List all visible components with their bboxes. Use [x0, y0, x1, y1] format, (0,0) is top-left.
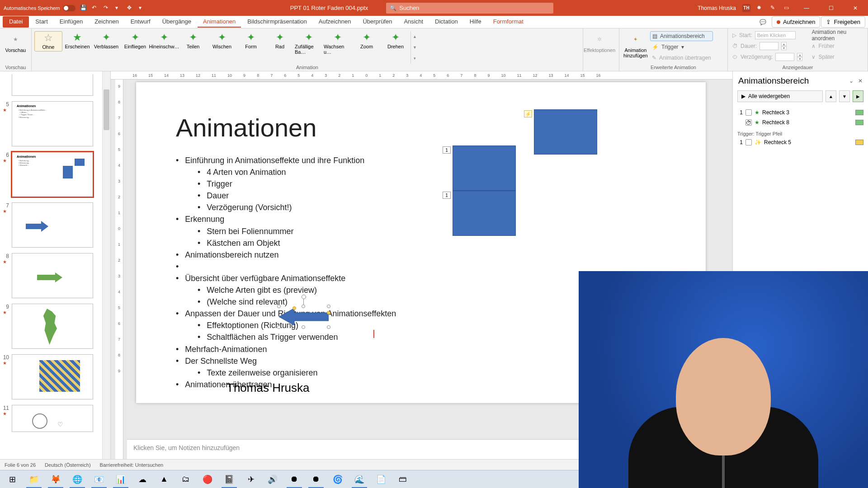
- tab-start[interactable]: Start: [30, 16, 53, 28]
- animation-gallery[interactable]: ☆Ohne ★Erscheinen ✦Verblassen ✦Einfliege…: [34, 30, 580, 64]
- play-all-button[interactable]: ▶Alle wiedergeben: [737, 90, 823, 102]
- save-icon[interactable]: 💾: [80, 5, 87, 12]
- user-badge[interactable]: TH: [742, 4, 750, 12]
- tab-uebergaenge[interactable]: Übergänge: [157, 16, 197, 28]
- present-icon[interactable]: ▾: [115, 5, 123, 12]
- draw-icon[interactable]: ✎: [770, 5, 778, 12]
- move-up-button[interactable]: ▲: [826, 90, 836, 102]
- add-animation-button[interactable]: ✦Animation hinzufügen: [622, 30, 649, 60]
- gallery-item-erscheinen[interactable]: ★Erscheinen: [63, 31, 91, 51]
- tab-dictation[interactable]: Dictation: [429, 16, 463, 28]
- maximize-button[interactable]: ☐: [822, 1, 840, 15]
- comments-icon[interactable]: 💬: [755, 19, 771, 25]
- tab-zeichnen[interactable]: Zeichnen: [89, 16, 124, 28]
- task-edge[interactable]: 🌊: [349, 471, 370, 488]
- task-vlc[interactable]: ▲: [154, 471, 175, 488]
- shape-rechteck-5[interactable]: [534, 109, 597, 155]
- task-onenote[interactable]: 📓: [219, 471, 240, 488]
- thumb-slide-8[interactable]: [12, 253, 93, 298]
- anim-item[interactable]: 1★Rechteck 3: [737, 108, 863, 117]
- tab-entwurf[interactable]: Entwurf: [125, 16, 156, 28]
- thumb-scrollbar[interactable]: [102, 71, 110, 459]
- shape-rechteck-8[interactable]: [453, 191, 516, 236]
- gallery-item-ohne[interactable]: ☆Ohne: [34, 31, 62, 52]
- anim-tag-2[interactable]: 1: [443, 192, 451, 199]
- thumb-slide-5[interactable]: Animationen• Einführung in Animationseff…: [12, 101, 93, 146]
- task-app-3[interactable]: 🔴: [197, 471, 218, 488]
- tab-ansicht[interactable]: Ansicht: [398, 16, 429, 28]
- task-firefox[interactable]: 🦊: [45, 471, 66, 488]
- qat-more-icon[interactable]: ▾: [139, 5, 146, 12]
- move-down-button[interactable]: ▼: [839, 90, 850, 102]
- gallery-item-zoom[interactable]: ✦Zoom: [353, 31, 381, 51]
- task-explorer[interactable]: 📁: [24, 471, 44, 488]
- task-app-6[interactable]: 🌀: [327, 471, 348, 488]
- search-box[interactable]: 🔍: [386, 3, 553, 14]
- task-app-8[interactable]: 🗃: [392, 471, 413, 488]
- task-chrome[interactable]: 🌐: [67, 471, 88, 488]
- tab-bildschirmpraesentation[interactable]: Bildschirmpräsentation: [242, 16, 312, 28]
- gallery-item-verblassen[interactable]: ✦Verblassen: [92, 31, 120, 51]
- task-telegram[interactable]: ✈: [241, 471, 261, 488]
- autopreview-button[interactable]: ▶: [853, 90, 863, 102]
- gallery-item-zufaellige[interactable]: ✦Zufällige Ba…: [295, 31, 323, 56]
- tab-ueberpruefen[interactable]: Überprüfen: [357, 16, 397, 28]
- minimize-button[interactable]: —: [797, 1, 816, 15]
- gallery-item-rad[interactable]: ✦Rad: [266, 31, 294, 51]
- tab-datei[interactable]: Datei: [3, 16, 29, 28]
- pane-close-icon[interactable]: ✕: [858, 78, 863, 84]
- thumb-slide-6[interactable]: Animationen• Einführung…• Erkennung…• Üb…: [12, 152, 93, 197]
- gallery-item-wachsen[interactable]: ✦Wachsen u…: [324, 31, 352, 56]
- pane-options-icon[interactable]: ⌄: [849, 78, 854, 84]
- anim-tag-trigger[interactable]: ⚡: [524, 110, 532, 117]
- filename[interactable]: PPT 01 Roter Faden 004.pptx: [290, 5, 368, 11]
- task-outlook[interactable]: 📧: [89, 471, 109, 488]
- thumb-slide-9[interactable]: [12, 304, 93, 349]
- gallery-item-form[interactable]: ✦Form: [237, 31, 265, 51]
- task-app-7[interactable]: 📄: [371, 471, 392, 488]
- preview-button[interactable]: ★Vorschau: [3, 30, 28, 55]
- shape-trigger-pfeil[interactable]: [279, 306, 329, 327]
- coming-soon-icon[interactable]: ✸: [757, 5, 764, 12]
- touch-icon[interactable]: ✥: [127, 5, 134, 12]
- gallery-item-hineinschweben[interactable]: ✦Hineinschw…: [150, 31, 178, 51]
- tab-formformat[interactable]: Formformat: [488, 16, 529, 28]
- anim-item[interactable]: ⏱★Rechteck 8: [737, 117, 863, 127]
- gallery-item-teilen[interactable]: ✦Teilen: [179, 31, 207, 51]
- record-button[interactable]: Aufzeichnen: [772, 16, 821, 28]
- task-app-4[interactable]: 🔊: [262, 471, 283, 488]
- window-icon[interactable]: ▭: [784, 5, 791, 12]
- shape-rechteck-3[interactable]: [453, 145, 516, 191]
- animation-pane-button[interactable]: ▤Animationsbereich: [650, 31, 713, 41]
- gallery-scroll[interactable]: ▲▼▾: [410, 31, 419, 64]
- animation-list[interactable]: 1★Rechteck 3⏱★Rechteck 8Trigger: Trigger…: [733, 106, 868, 149]
- autosave-toggle[interactable]: Automatisches Speichern: [4, 5, 75, 11]
- start-button[interactable]: ⊞: [2, 471, 23, 488]
- gallery-item-einfliegen[interactable]: ✦Einfliegen: [121, 31, 149, 51]
- tab-aufzeichnen[interactable]: Aufzeichnen: [313, 16, 357, 28]
- thumb-slide-prev[interactable]: [12, 74, 93, 96]
- thumb-slide-10[interactable]: [12, 354, 93, 399]
- gallery-item-wischen[interactable]: ✦Wischen: [208, 31, 236, 51]
- close-button[interactable]: ✕: [846, 1, 864, 15]
- tab-einfuegen[interactable]: Einfügen: [54, 16, 88, 28]
- task-app-5[interactable]: ⏺: [306, 471, 326, 488]
- status-language[interactable]: Deutsch (Österreich): [45, 462, 90, 468]
- trigger-button[interactable]: ⚡Trigger▾: [650, 42, 713, 52]
- slide-thumbnails[interactable]: 5★Animationen• Einführung in Animationse…: [0, 71, 111, 459]
- thumb-slide-7[interactable]: [12, 202, 93, 248]
- user-name[interactable]: Thomas Hruska: [698, 5, 736, 11]
- slide-title[interactable]: Animationen: [176, 113, 316, 142]
- task-app-1[interactable]: ☁: [132, 471, 153, 488]
- gallery-item-drehen[interactable]: ✦Drehen: [382, 31, 410, 51]
- slide-body[interactable]: Einführung in Animationseffekte und ihre…: [176, 155, 396, 390]
- anim-item[interactable]: 1✨Rechteck 5: [737, 137, 863, 147]
- thumb-slide-11[interactable]: ♡: [12, 405, 93, 432]
- task-app-2[interactable]: 🗂: [175, 471, 196, 488]
- tab-hilfe[interactable]: Hilfe: [464, 16, 487, 28]
- task-powerpoint[interactable]: 📊: [110, 471, 131, 488]
- redo-icon[interactable]: ↷: [104, 5, 111, 12]
- share-button[interactable]: ⇪Freigeben: [821, 16, 865, 28]
- status-accessibility[interactable]: Barrierefreiheit: Untersuchen: [100, 462, 164, 468]
- task-obs[interactable]: ⏺: [284, 471, 305, 488]
